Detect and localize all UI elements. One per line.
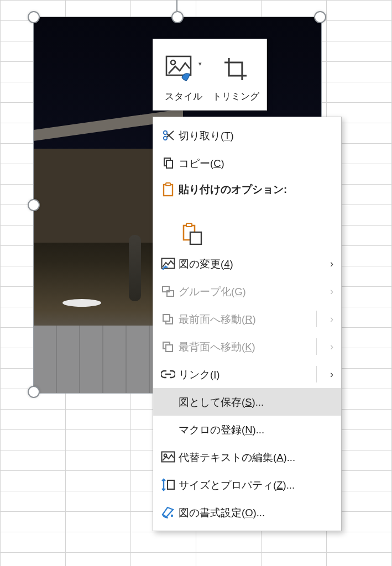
svg-point-26: [171, 515, 173, 517]
menu-item-bring-to-front-label: 最前面へ移動(R): [179, 312, 330, 326]
mini-toolbar-crop-label: トリミング: [212, 92, 259, 101]
menu-item-assign-macro-label: マクロの登録(N)...: [179, 423, 333, 437]
svg-rect-7: [166, 160, 173, 168]
svg-point-1: [171, 60, 175, 65]
group-icon: [161, 285, 175, 297]
menu-item-copy-label: コピー(C): [179, 156, 333, 170]
format-picture-icon: [161, 506, 175, 519]
mini-toolbar-style-label: スタイル: [165, 92, 202, 101]
scissors-icon: [161, 129, 175, 142]
bring-to-front-icon: [161, 313, 175, 325]
menu-item-edit-alt-text-label: 代替テキストの編集(A)...: [179, 450, 333, 464]
resize-handle-t[interactable]: [171, 11, 184, 23]
menu-item-cut-label: 切り取り(T): [179, 129, 333, 143]
menu-item-link-label: リンク(I): [179, 368, 330, 381]
size-properties-icon: [161, 478, 175, 491]
menu-item-link[interactable]: リンク(I) ›: [153, 360, 341, 388]
resize-handle-tl[interactable]: [28, 11, 40, 23]
link-icon: [161, 369, 175, 380]
svg-rect-20: [166, 345, 173, 352]
paste-option-button[interactable]: [179, 220, 206, 248]
change-picture-icon: [161, 258, 175, 270]
chevron-down-icon: ▾: [198, 60, 202, 67]
menu-item-change-picture-label: 図の変更(4): [179, 257, 330, 271]
menu-item-send-to-back-label: 最背面へ移動(K): [179, 340, 330, 354]
menu-item-send-to-back: 最背面へ移動(K) ›: [153, 333, 341, 360]
svg-rect-12: [190, 232, 201, 244]
menu-item-save-as-picture-label: 図として保存(S)...: [179, 395, 333, 409]
menu-item-paste-options: 貼り付けのオプション:: [153, 177, 341, 223]
menu-item-group-label: グループ化(G): [179, 285, 330, 298]
menu-item-assign-macro[interactable]: マクロの登録(N)...: [153, 416, 341, 443]
menu-item-size-and-properties-label: サイズとプロパティ(Z)...: [179, 478, 333, 492]
mini-toolbar: ▾ スタイル トリミング: [153, 39, 267, 111]
svg-rect-25: [168, 480, 174, 489]
mini-toolbar-crop[interactable]: トリミング: [210, 43, 263, 108]
mini-toolbar-style[interactable]: ▾ スタイル: [158, 43, 210, 108]
menu-item-format-picture-label: 図の書式設定(O)...: [179, 506, 333, 520]
svg-rect-9: [166, 183, 170, 186]
menu-item-size-and-properties[interactable]: サイズとプロパティ(Z)...: [153, 471, 341, 499]
alt-text-icon: [161, 451, 175, 463]
chevron-right-icon: ›: [330, 313, 333, 325]
menu-item-paste-options-label: 貼り付けのオプション:: [179, 182, 333, 196]
svg-rect-18: [163, 315, 170, 321]
clipboard-icon: [161, 182, 175, 197]
menu-item-edit-alt-text[interactable]: 代替テキストの編集(A)...: [153, 443, 341, 471]
picture-context-menu: 切り取り(T) コピー(C) 貼り付けのオプション:: [153, 117, 342, 531]
menu-item-save-as-picture[interactable]: 図として保存(S)...: [153, 388, 341, 416]
menu-item-bring-to-front: 最前面へ移動(R) ›: [153, 305, 341, 333]
resize-handle-l[interactable]: [28, 199, 40, 211]
menu-item-cut[interactable]: 切り取り(T): [153, 122, 341, 149]
menu-item-copy[interactable]: コピー(C): [153, 149, 341, 177]
copy-icon: [161, 156, 175, 170]
svg-point-2: [164, 137, 167, 140]
menu-item-group: グループ化(G) ›: [153, 277, 341, 305]
chevron-right-icon: ›: [330, 369, 333, 380]
chevron-right-icon: ›: [330, 286, 333, 297]
menu-item-format-picture[interactable]: 図の書式設定(O)...: [153, 499, 341, 526]
send-to-back-icon: [161, 340, 175, 353]
chevron-right-icon: ›: [330, 341, 333, 353]
picture-style-icon: [165, 55, 197, 84]
menu-item-change-picture[interactable]: 図の変更(4) ›: [153, 250, 341, 277]
chevron-right-icon: ›: [330, 258, 333, 270]
paste-icon: [182, 223, 203, 245]
crop-icon: [222, 56, 250, 83]
svg-point-3: [164, 131, 167, 134]
resize-handle-bl[interactable]: [28, 386, 40, 398]
svg-rect-11: [186, 223, 192, 227]
resize-handle-tr[interactable]: [314, 11, 326, 23]
